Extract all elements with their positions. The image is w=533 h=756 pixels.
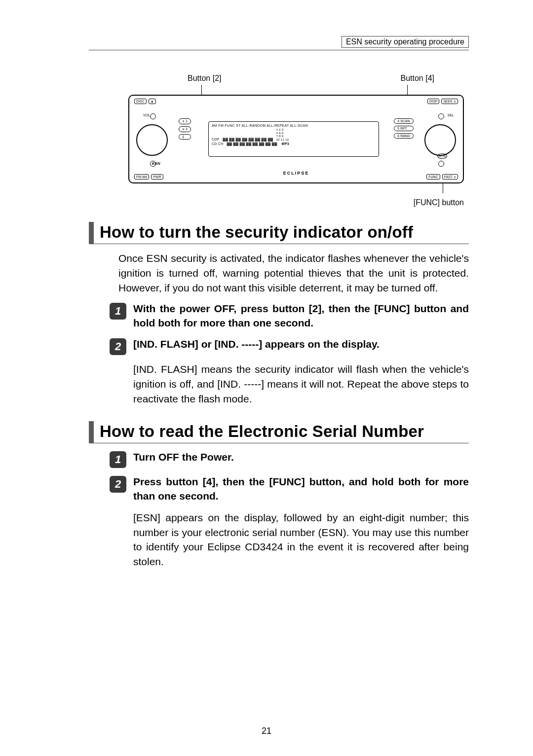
display-row-cdch: CD CH ▓▓ ▓▓ ▓▓ ▓▓ ▓▓ ▓▓ ▓▓ ▓▓ MP3 [212,142,376,145]
seek-up-button: SEEK ∧ [441,99,458,104]
section2-step2-note: [ESN] appears on the display, followed b… [133,510,469,569]
preset-1: ∧ 1 [179,118,191,124]
step-badge-2b: 2 [110,476,126,493]
section1-step2-text: [IND. FLASH] or [IND. -----] appears on … [133,337,469,352]
func-lead-line [128,183,464,197]
display-row-cdp: CDP ▓▓ ▓▓ ▓▓ ▓▓ ▓▓ ▓▓ ▓▓ ▓▓ 1 2 3 4 5 6 … [212,128,376,141]
right-preset-stack: 4 SCAN 5 RPT 6 RAND [394,118,414,139]
label-func-button: [FUNC] button [128,198,464,207]
volume-knob [136,124,168,156]
page-number: 21 [0,726,533,736]
lcd-display: CD 3424 AM FM FUNC ST ALL-RANDOM ALL-REP… [208,121,379,157]
preset-5-rpt: 5 RPT [394,126,414,131]
head-unit-faceplate: DISC ▲ DISP SEEK ∧ FM AM PWR FUNC FAST ∨ [128,95,464,183]
label-button-2: Button [2] [188,74,222,83]
section1-intro: Once ESN security is activated, the indi… [118,251,469,295]
preset-3: 3 [179,134,191,140]
header-rule: ESN security operating procedure [89,35,469,50]
disc-button: DISC [134,99,147,104]
step-badge-1b: 1 [110,451,126,468]
preset-4-scan: 4 SCAN [394,118,414,124]
step-badge-1: 1 [110,303,126,320]
heading-security-indicator: How to turn the security indicator on/of… [89,222,469,244]
preset-2: ∨ 2 [179,126,191,132]
label-button-4: Button [4] [401,74,435,83]
diagram-lead-lines [128,85,464,95]
section2-step2-text: Press button [4], then the [FUNC] button… [133,475,469,504]
step-badge-2: 2 [110,338,126,355]
heading-read-esn: How to read the Electronic Serial Number [89,421,469,443]
section2-step-1: 1 Turn OFF the Power. [110,450,469,468]
vol-label: VOL [143,113,150,117]
display-track-grid: 1 2 3 4 5 6 7 8 9 10 11 12 [276,128,289,141]
preset-6-rand: 6 RAND [394,133,414,139]
display-icons-row: AM FM FUNC ST ALL-RANDOM ALL-REPEAT ALL-… [212,124,376,127]
sel-label: SEL [448,113,454,117]
rtn-label: RTN [437,153,447,159]
func-button: FUNC [426,174,440,180]
section1-step-1: 1 With the power OFF, press button [2], … [110,302,469,330]
left-preset-stack: ∧ 1 ∨ 2 3 [179,118,191,140]
device-diagram: Button [2] Button [4] DISC ▲ DISP SEEK ∧… [128,74,464,207]
diagram-top-labels: Button [2] Button [4] [128,74,464,83]
header-section-tag: ESN security operating procedure [342,36,469,48]
brand-label: ECLIPSE [177,171,416,176]
disp-button: DISP [427,99,439,104]
fast-down-button: FAST ∨ [442,174,458,180]
pwr-button: PWR [151,174,163,180]
esn-label: ESN [152,161,160,166]
section1-step1-text: With the power OFF, press button [2], th… [133,302,469,330]
section2-step-2: 2 Press button [4], then the [FUNC] butt… [110,475,469,504]
section1-step2-note: [IND. FLASH] means the security indicato… [133,362,469,406]
select-knob [424,124,456,156]
section1-step-2: 2 [IND. FLASH] or [IND. -----] appears o… [110,337,469,355]
section2-step1-text: Turn OFF the Power. [133,450,469,465]
fm-am-button: FM AM [134,174,149,180]
page: ESN security operating procedure Button … [0,0,533,756]
eject-button: ▲ [149,99,156,104]
